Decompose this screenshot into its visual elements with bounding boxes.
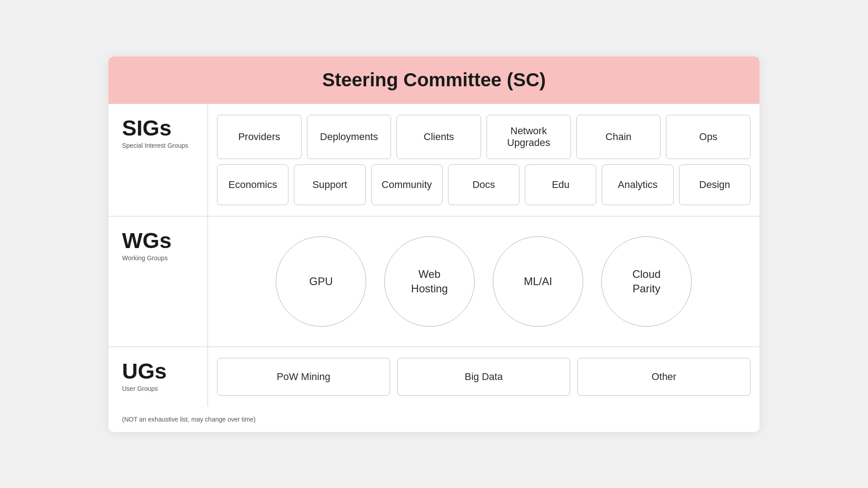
main-container: Steering Committee (SC) SIGs Special Int… [108,56,760,432]
sig-chain[interactable]: Chain [576,115,661,159]
ugs-sub-label: User Groups [122,385,158,392]
sig-network-upgrades[interactable]: Network Upgrades [486,115,571,159]
sigs-section: SIGs Special Interest Groups Providers D… [108,103,760,216]
sig-analytics[interactable]: Analytics [602,164,673,205]
ugs-content: PoW Mining Big Data Other [208,347,760,407]
wgs-content: GPU WebHosting ML/AI CloudParity [208,216,760,347]
sig-clients[interactable]: Clients [396,115,481,159]
main-content: SIGs Special Interest Groups Providers D… [108,103,760,407]
wg-mlai[interactable]: ML/AI [493,236,583,327]
ug-big-data[interactable]: Big Data [397,358,571,396]
ug-pow-mining[interactable]: PoW Mining [217,358,390,396]
sigs-content: Providers Deployments Clients Network Up… [208,104,760,216]
wgs-section: WGs Working Groups GPU WebHosting ML/AI … [108,216,760,347]
header: Steering Committee (SC) [108,56,760,103]
ugs-big-label: UGs [122,361,167,382]
sig-community[interactable]: Community [371,164,443,205]
wg-cloud-parity[interactable]: CloudParity [601,236,692,327]
ugs-label: UGs User Groups [108,347,208,407]
sigs-label: SIGs Special Interest Groups [108,104,208,216]
sigs-row-2: Economics Support Community Docs Edu Ana… [217,164,750,205]
sigs-grid: Providers Deployments Clients Network Up… [217,115,750,205]
footnote: (NOT an exhaustive list, may change over… [108,407,760,432]
sig-support[interactable]: Support [294,164,365,205]
sigs-sub-label: Special Interest Groups [122,142,188,149]
sig-economics[interactable]: Economics [217,164,288,205]
ugs-section: UGs User Groups PoW Mining Big Data Othe… [108,347,760,407]
wgs-big-label: WGs [122,230,171,252]
sig-deployments[interactable]: Deployments [307,115,392,159]
wg-web-hosting[interactable]: WebHosting [384,236,475,327]
sig-docs[interactable]: Docs [448,164,519,205]
sig-edu[interactable]: Edu [525,164,596,205]
ugs-boxes: PoW Mining Big Data Other [217,358,750,396]
page-title: Steering Committee (SC) [127,69,741,91]
sigs-row-1: Providers Deployments Clients Network Up… [217,115,750,159]
sig-ops[interactable]: Ops [666,115,750,159]
ug-other[interactable]: Other [577,358,750,396]
sig-providers[interactable]: Providers [217,115,302,159]
wgs-circles: GPU WebHosting ML/AI CloudParity [217,227,750,336]
wgs-label: WGs Working Groups [108,216,208,347]
wgs-sub-label: Working Groups [122,254,168,262]
wg-gpu[interactable]: GPU [276,236,366,327]
sigs-big-label: SIGs [122,117,171,139]
sig-design[interactable]: Design [679,164,750,205]
